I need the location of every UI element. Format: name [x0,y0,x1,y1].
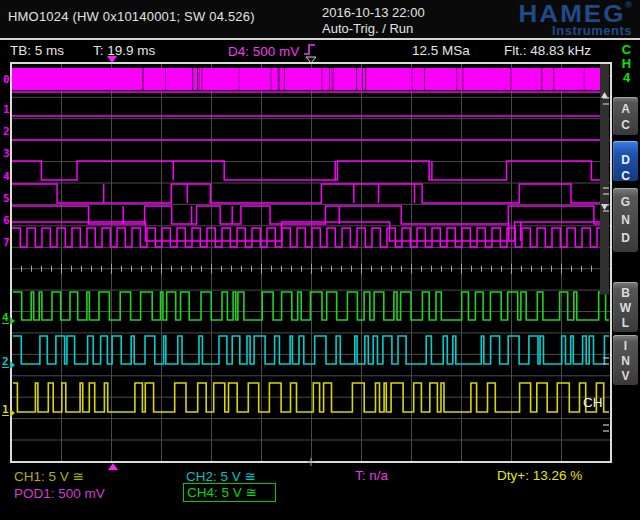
ch4-trace [13,292,609,320]
sidebar-channel-title: CH4 [615,43,638,85]
ch4-scale-text: CH4: 5 V ≅ [187,485,257,500]
trigger-freq-readout: T: n/a [355,468,388,483]
D0-trace [12,68,600,90]
ch4-scale-readout-selected[interactable]: CH4: 5 V ≅ [183,483,276,502]
ch2-scale-readout: CH2: 5 V ≅ [186,468,256,484]
digital-channel-label-6: 6 [3,214,13,227]
oscilloscope-screen: HMO1024 (HW 0x10140001; SW 04.526) 2016-… [0,0,640,520]
digital-channel-label-5: 5 [3,192,13,205]
ch4-position-marker: 4 [2,312,15,325]
waveform-display [0,0,640,520]
pod1-scale-readout: POD1: 500 mV [14,486,105,501]
digital-channel-label-4: 4 [3,170,13,183]
channel-arrow-icon [10,317,15,325]
trigger-position-marker-top [107,56,117,63]
ch2-position-marker: 2 [2,356,15,369]
softkey-gnd[interactable]: GND [613,188,638,252]
bottom-center-tick [307,458,315,466]
trigger-position-marker-bottom [108,463,118,470]
ch1-position-marker: 1 [2,404,15,417]
softkey-ac-coupling[interactable]: AC [613,97,638,135]
digital-channel-label-3: 3 [3,147,13,160]
channel-arrow-icon [10,409,15,417]
digital-channel-label-0: 0 [3,73,13,86]
softkey-dc-coupling[interactable]: DC [613,141,638,181]
softkey-invert[interactable]: INV [613,335,638,385]
channel-popup-label: CH [583,395,603,410]
softkey-bandwidth-limit[interactable]: BWL [613,282,638,332]
ch1-scale-readout: CH1: 5 V ≅ [14,468,84,484]
digital-channel-label-7: 7 [3,236,13,249]
duty-cycle-readout: Dty+: 13.26 % [497,468,582,483]
channel-arrow-icon [10,361,15,369]
graticule [11,63,611,462]
digital-channel-label-1: 1 [3,103,13,116]
digital-channel-label-2: 2 [3,125,13,138]
